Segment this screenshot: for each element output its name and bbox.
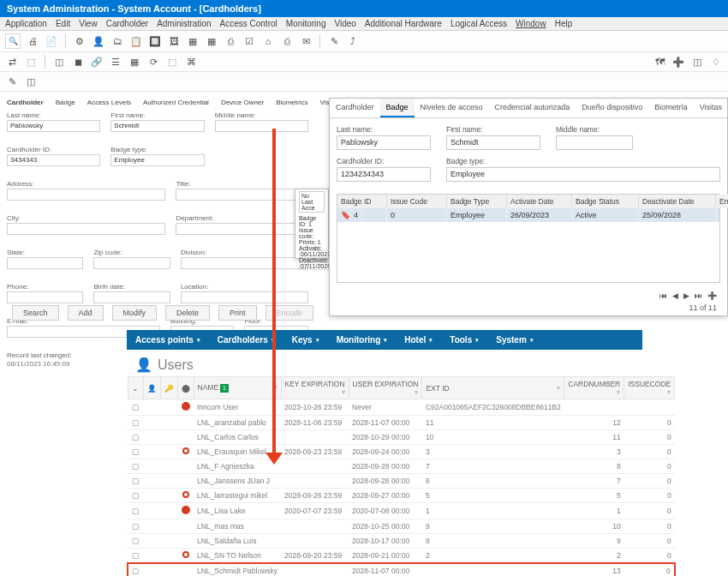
print-button[interactable]: Print: [218, 305, 257, 321]
search-icon[interactable]: 🔍: [5, 33, 21, 49]
tool-icon[interactable]: ☑: [242, 34, 256, 48]
add-button[interactable]: Add: [68, 305, 104, 321]
menu-view[interactable]: View: [79, 19, 98, 28]
webapp-menu-hotel[interactable]: Hotel: [396, 330, 441, 350]
menu-help[interactable]: Help: [555, 19, 573, 28]
menu-administration[interactable]: Administration: [157, 19, 211, 28]
webapp-menu-access-points[interactable]: Access points: [127, 330, 209, 350]
tool-icon[interactable]: ⌂: [261, 34, 275, 48]
ptab-credencial[interactable]: Credencial autorizada: [489, 99, 576, 117]
ptab-dueno[interactable]: Dueño dispositivo: [576, 99, 648, 117]
tool-icon[interactable]: 🗂: [110, 34, 124, 48]
tool-icon[interactable]: ✎: [5, 75, 19, 88]
popup-firstname[interactable]: Schmidt: [446, 135, 540, 150]
user-row[interactable]: ▢LNL_SN TO Nelson2028-09-20 23:592028-09…: [128, 549, 675, 564]
ptab-niveles[interactable]: Niveles de acceso: [415, 99, 489, 117]
nav-next-icon[interactable]: ▶: [683, 291, 689, 300]
city-field[interactable]: [7, 223, 165, 235]
lastname-field[interactable]: Pablowsky: [7, 120, 100, 132]
tool-icon[interactable]: ◼: [71, 55, 85, 69]
user-row[interactable]: ▢LNL_Carlos Carlos2028-10-29 00:0010110: [128, 430, 675, 445]
user-row[interactable]: ▢LNL_larrastegui mikel2028-09-26 23:5920…: [128, 489, 675, 503]
tool-icon[interactable]: ⌘: [184, 55, 198, 69]
tab-cardholder[interactable]: Cardholder: [3, 97, 47, 108]
badge-row[interactable]: 🔖40Employee26/09/2023Active25/09/2028: [337, 208, 719, 222]
menu-logical-access[interactable]: Logical Access: [451, 19, 507, 28]
popup-badgetype[interactable]: Employee: [446, 167, 720, 182]
tool-icon[interactable]: ⎙: [280, 34, 294, 48]
user-row[interactable]: ▢LNL_F Agnieszka2028-09-28 00:00780: [128, 459, 675, 474]
tool-icon[interactable]: ⎙: [224, 34, 237, 48]
tool-icon[interactable]: ◫: [690, 55, 704, 69]
tool-icon[interactable]: ⟳: [146, 55, 160, 69]
menu-access-control[interactable]: Access Control: [220, 19, 277, 28]
tool-icon[interactable]: 🖼: [167, 34, 181, 48]
tool-icon[interactable]: ✎: [327, 34, 341, 48]
webapp-menu-keys[interactable]: Keys: [283, 330, 328, 350]
tool-icon[interactable]: ▦: [205, 34, 218, 48]
delete-button[interactable]: Delete: [165, 305, 210, 321]
menu-window[interactable]: Window: [516, 19, 546, 28]
nav-last-icon[interactable]: ⏭: [695, 291, 702, 300]
cardholderid-field[interactable]: 3434343: [7, 154, 100, 166]
tool-icon[interactable]: 🗺: [653, 55, 666, 69]
user-row[interactable]: ▢LNL_mas mas2028-10-25 00:009100: [128, 519, 675, 534]
popup-middlename[interactable]: [556, 135, 633, 150]
department-field[interactable]: [176, 223, 308, 235]
tool-icon[interactable]: ➕: [671, 55, 685, 69]
new-icon[interactable]: 📄: [45, 34, 58, 48]
user-row[interactable]: ▢LNL_Janssens JUan J2028-09-28 00:00670: [128, 474, 675, 489]
zip-field[interactable]: [93, 257, 170, 269]
ptab-badge[interactable]: Badge: [380, 99, 415, 117]
tab-biometrics[interactable]: Biometrics: [272, 97, 311, 108]
tool-icon[interactable]: 👤: [92, 34, 105, 48]
middlename-field[interactable]: [215, 120, 308, 132]
tab-access-levels[interactable]: Access Levels: [84, 97, 134, 108]
tool-icon[interactable]: ⬚: [24, 55, 38, 69]
tool-icon[interactable]: ♢: [709, 55, 723, 69]
address-field[interactable]: [7, 189, 165, 201]
webapp-menu-monitoring[interactable]: Monitoring: [328, 330, 397, 350]
tool-icon[interactable]: ▦: [186, 34, 200, 48]
nav-prev-icon[interactable]: ◀: [672, 291, 678, 300]
tool-icon[interactable]: ⤴: [346, 34, 360, 48]
tool-icon[interactable]: ⬚: [165, 55, 179, 69]
modify-button[interactable]: Modify: [112, 305, 158, 321]
tool-icon[interactable]: 🔲: [148, 34, 162, 48]
popup-cardholderid[interactable]: 1234234343: [337, 167, 431, 182]
webapp-menu-tools[interactable]: Tools: [441, 330, 487, 350]
menu-edit[interactable]: Edit: [56, 19, 70, 28]
tool-icon[interactable]: ◫: [24, 75, 38, 88]
ptab-visitas[interactable]: Visitas: [694, 99, 727, 117]
popup-lastname[interactable]: Pablowsky: [337, 135, 431, 150]
nav-add-icon[interactable]: ➕: [707, 291, 717, 300]
ptab-cardholder[interactable]: Cardholder: [330, 99, 380, 117]
state-field[interactable]: [7, 257, 83, 269]
menu-monitoring[interactable]: Monitoring: [286, 19, 326, 28]
division-field[interactable]: [181, 257, 308, 269]
tool-icon[interactable]: ◫: [52, 55, 66, 69]
tool-icon[interactable]: 🔗: [90, 55, 104, 69]
tool-icon[interactable]: ✉: [299, 34, 313, 48]
ptab-biometria[interactable]: Biometría: [648, 99, 694, 117]
user-row[interactable]: ▢Inncom User2023-10-26 23:59NeverC92A001…: [128, 399, 675, 416]
menu-application[interactable]: Application: [5, 19, 47, 28]
tool-icon[interactable]: 📋: [129, 34, 143, 48]
print-icon[interactable]: 🖨: [26, 34, 39, 48]
user-row[interactable]: ▢LNL_Schmidt Pablowsky2028-11-07 00:0013…: [128, 563, 675, 576]
search-button[interactable]: Search: [12, 305, 59, 321]
user-row[interactable]: ▢LNL_Erausquin Mikel2028-09-23 23:592028…: [128, 445, 675, 459]
menu-additional-hardware[interactable]: Additional Hardware: [365, 19, 442, 28]
user-row[interactable]: ▢LNL_Lisa Lake2020-07-07 23:592020-07-08…: [128, 503, 675, 519]
tab-auth-credential[interactable]: Authorized Credential: [140, 97, 212, 108]
tool-icon[interactable]: ☰: [109, 55, 122, 69]
menu-cardholder[interactable]: Cardholder: [106, 19, 148, 28]
user-row[interactable]: ▢LNL_aranzabal pablo2028-11-06 23:592028…: [128, 416, 675, 430]
menu-video[interactable]: Video: [334, 19, 355, 28]
tab-device-owner[interactable]: Device Owner: [218, 97, 267, 108]
user-row[interactable]: ▢LNL_Saldaña Luis2028-10-17 00:00890: [128, 534, 675, 549]
tool-icon[interactable]: ⇄: [5, 55, 19, 69]
nav-first-icon[interactable]: ⏮: [659, 291, 667, 300]
tab-badge[interactable]: Badge: [52, 97, 79, 108]
firstname-field[interactable]: Schmidt: [110, 120, 204, 132]
